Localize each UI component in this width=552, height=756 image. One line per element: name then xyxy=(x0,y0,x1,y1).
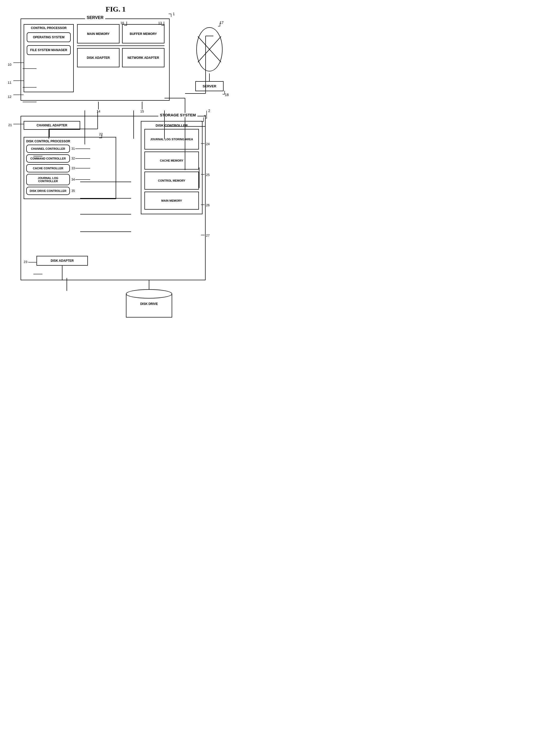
ref-23: 23 xyxy=(24,260,27,264)
disk-drive-controller-box: DISK DRIVE CONTROLLER xyxy=(26,187,70,195)
ref-24: 24 xyxy=(206,142,210,146)
page-title: FIG. 1 xyxy=(5,5,226,13)
main-memory2-box: MAIN MEMORY xyxy=(144,192,199,210)
ref-34: 34 xyxy=(72,178,75,181)
server-client-box: SERVER xyxy=(195,81,224,91)
journal-log-box: JOURNAL LOG STORING AREA xyxy=(144,129,199,150)
disk-drive-label: DISK DRIVE xyxy=(126,302,172,306)
ref-21: 21 xyxy=(8,123,12,127)
disk-adapter-top-box: DISK ADAPTER xyxy=(77,48,120,67)
buffer-memory-box: BUFFER MEMORY xyxy=(122,24,164,43)
ref-25: 25 xyxy=(206,173,210,177)
server-label: SERVER xyxy=(85,15,105,20)
cache-memory-box: CACHE MEMORY xyxy=(144,152,199,170)
ref-16: 16 xyxy=(121,21,124,25)
ref-10: 10 xyxy=(8,63,11,66)
storage-label: STORAGE SYSTEM xyxy=(158,113,197,117)
cache-controller-box: CACHE CONTROLLER xyxy=(26,164,70,172)
network-adapter-box: NETWORK ADAPTER xyxy=(122,48,164,67)
command-controller-box: COMMAND CONTROLLER xyxy=(26,154,70,163)
disk-adapter-bottom-box: DISK ADAPTER xyxy=(36,256,88,265)
journal-log-controller-box: JOURNAL LOG CONTROLLER xyxy=(26,174,70,185)
channel-controller-box: CHANNEL CONTROLLER xyxy=(26,145,70,153)
control-memory-box: CONTROL MEMORY xyxy=(144,172,199,190)
ref-35: 35 xyxy=(72,189,75,193)
fsm-box: FILE SYSTEM MANAGER xyxy=(27,45,71,55)
channel-adapter-box: CHANNEL ADAPTER xyxy=(24,121,80,130)
ref-26: 26 xyxy=(206,203,210,207)
ref-27: 27 xyxy=(206,233,210,237)
ref-15: 15 xyxy=(140,110,144,113)
dcp-title: DISK CONTROL PROCESSOR xyxy=(26,140,114,143)
ref-12: 12 xyxy=(8,95,11,99)
control-processor-label: CONTROL PROCESSOR xyxy=(26,26,72,30)
main-memory-box: MAIN MEMORY xyxy=(77,24,120,43)
ref-32: 32 xyxy=(72,157,75,160)
ref-14: 14 xyxy=(97,110,100,113)
ref-11: 11 xyxy=(8,81,11,84)
dc-title: DISK CONTROLLER xyxy=(143,124,200,128)
ref-33: 33 xyxy=(72,166,75,170)
ref-31: 31 xyxy=(72,147,75,151)
os-box: OPERATING SYSTEM xyxy=(27,32,71,42)
